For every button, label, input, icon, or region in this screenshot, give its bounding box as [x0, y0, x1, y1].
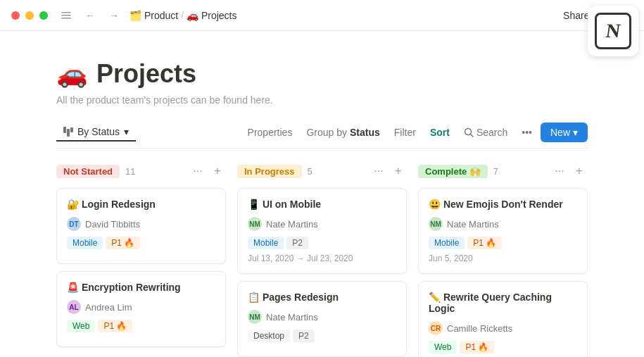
group-by-button[interactable]: Group by Status [301, 124, 385, 141]
card-assignee-complete-1: CRCamille Ricketts [429, 321, 577, 335]
assignee-name: Nate Martins [266, 312, 318, 322]
column-title-in-progress: In Progress [237, 165, 302, 178]
minimize-button[interactable] [25, 11, 34, 20]
svg-rect-5 [70, 127, 73, 132]
toolbar-left: By Status ▾ [56, 123, 136, 142]
avatar: DT [67, 217, 81, 231]
column-more-button-not-started[interactable]: ··· [189, 163, 206, 180]
assignee-name: David Tibbitts [85, 219, 140, 230]
svg-rect-2 [61, 18, 71, 19]
card-complete-0[interactable]: 😃 New Emojis Don't RenderNMNate MartinsM… [418, 188, 588, 274]
card-title-not-started-0: 🔐 Login Redesign [67, 199, 215, 210]
fullscreen-button[interactable] [39, 11, 48, 20]
breadcrumb-parent[interactable]: 🗂️ Product [130, 10, 178, 21]
card-assignee-in-progress-0: NMNate Martins [248, 217, 396, 231]
column-add-button-in-progress[interactable]: + [390, 163, 407, 180]
breadcrumb-current: 🚗 Projects [187, 10, 236, 21]
sidebar-toggle-icon[interactable] [56, 6, 76, 25]
card-assignee-not-started-1: ALAndrea Lim [67, 300, 215, 314]
card-assignee-not-started-0: DTDavid Tibbitts [67, 217, 215, 231]
tag: P1 🔥 [467, 237, 502, 249]
new-label: New [550, 127, 570, 138]
search-icon [464, 127, 474, 137]
tag: Web [67, 320, 95, 332]
notion-logo-overlay [588, 6, 638, 56]
card-in-progress-0[interactable]: 📱 UI on MobileNMNate MartinsMobileP2Jul … [237, 188, 407, 274]
properties-button[interactable]: Properties [242, 124, 298, 141]
kanban-column-complete: Complete 🙌7···+😃 New Emojis Don't Render… [418, 163, 588, 357]
card-tags-in-progress-1: DesktopP2 [248, 330, 396, 342]
svg-rect-0 [61, 12, 71, 13]
column-add-button-complete[interactable]: + [571, 163, 588, 180]
forward-icon[interactable]: → [104, 6, 124, 25]
titlebar: ← → 🗂️ Product / 🚗 Projects Share Up... [0, 0, 644, 31]
column-title-complete: Complete 🙌 [418, 165, 488, 178]
breadcrumb-separator: / [181, 10, 184, 21]
page-emoji: 🚗 [56, 59, 88, 89]
nav-icons: ← → [56, 6, 124, 25]
card-not-started-0[interactable]: 🔐 Login RedesignDTDavid TibbittsMobileP1… [56, 188, 226, 264]
svg-rect-4 [67, 129, 70, 137]
filter-button[interactable]: Filter [389, 124, 422, 141]
view-chevron-icon: ▾ [124, 126, 129, 137]
toolbar-center: Properties Group by Status Filter Sort S… [242, 123, 588, 142]
card-title-in-progress-1: 📋 Pages Redesign [248, 292, 396, 303]
notion-logo [595, 13, 631, 49]
search-button[interactable]: Search [458, 124, 513, 141]
sort-button[interactable]: Sort [424, 124, 455, 141]
assignee-name: Camille Ricketts [447, 323, 512, 334]
card-date: Jul 13, 2020 → Jul 23, 2020 [248, 253, 396, 263]
column-actions-not-started: ···+ [189, 163, 226, 180]
column-count-not-started: 11 [125, 166, 135, 177]
breadcrumb: 🗂️ Product / 🚗 Projects [130, 10, 237, 21]
tag: Mobile [429, 237, 465, 249]
tag: P1 🔥 [98, 320, 132, 332]
avatar: AL [67, 300, 81, 314]
tag: P2 [286, 237, 308, 249]
new-chevron-icon: ▾ [573, 127, 578, 138]
back-icon[interactable]: ← [80, 6, 100, 25]
main-content: 🚗 Projects All the product team's projec… [0, 31, 644, 357]
more-options-button[interactable]: ••• [516, 124, 538, 141]
tag: Mobile [248, 237, 284, 249]
card-assignee-in-progress-1: NMNate Martins [248, 310, 396, 324]
assignee-name: Nate Martins [266, 219, 318, 230]
column-actions-complete: ···+ [551, 163, 588, 180]
svg-rect-1 [61, 15, 71, 16]
kanban-column-not-started: Not Started11···+🔐 Login RedesignDTDavid… [56, 163, 226, 357]
svg-rect-3 [63, 127, 66, 133]
tag: Desktop [248, 330, 290, 342]
page-title-row: 🚗 Projects [56, 59, 588, 89]
column-count-complete: 7 [493, 166, 498, 177]
avatar: CR [429, 321, 443, 335]
kanban-column-in-progress: In Progress5···+📱 UI on MobileNMNate Mar… [237, 163, 407, 357]
svg-line-7 [470, 134, 473, 137]
column-count-in-progress: 5 [308, 166, 312, 177]
board-view-icon [63, 127, 73, 137]
column-add-button-not-started[interactable]: + [209, 163, 226, 180]
toolbar: By Status ▾ Properties Group by Status F… [56, 123, 588, 149]
column-header-in-progress: In Progress5···+ [237, 163, 407, 180]
card-tags-not-started-0: MobileP1 🔥 [67, 237, 215, 249]
view-by-status-button[interactable]: By Status ▾ [56, 123, 136, 142]
assignee-name: Nate Martins [447, 219, 499, 230]
close-button[interactable] [11, 11, 20, 20]
avatar: NM [248, 217, 262, 231]
tag: Mobile [67, 237, 103, 249]
tag: P1 🔥 [460, 341, 494, 353]
traffic-lights [11, 11, 48, 20]
card-title-complete-0: 😃 New Emojis Don't Render [429, 199, 577, 210]
search-label: Search [476, 127, 507, 138]
card-not-started-1[interactable]: 🚨 Encryption RewritingALAndrea LimWebP1 … [56, 271, 226, 347]
card-complete-1[interactable]: ✏️ Rewrite Query Caching LogicCRCamille … [418, 281, 588, 357]
column-actions-in-progress: ···+ [370, 163, 407, 180]
group-by-field: Status [350, 127, 380, 138]
new-button[interactable]: New ▾ [541, 123, 588, 142]
card-in-progress-1[interactable]: 📋 Pages RedesignNMNate MartinsDesktopP2 [237, 281, 407, 357]
avatar: NM [248, 310, 262, 324]
column-more-button-complete[interactable]: ··· [551, 163, 568, 180]
card-tags-complete-1: WebP1 🔥 [429, 341, 577, 353]
column-header-not-started: Not Started11···+ [56, 163, 226, 180]
column-more-button-in-progress[interactable]: ··· [370, 163, 387, 180]
card-tags-complete-0: MobileP1 🔥 [429, 237, 577, 249]
